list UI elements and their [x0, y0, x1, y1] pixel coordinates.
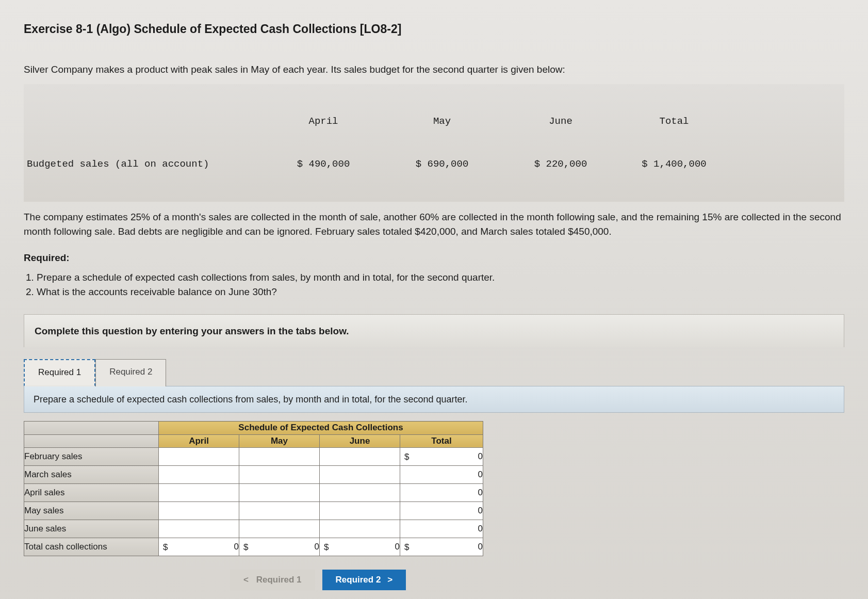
budget-row-label: Budgeted sales (all on account) — [27, 157, 264, 172]
budget-table: April May June Total Budgeted sales (all… — [24, 84, 844, 202]
requirement-2: 2. What is the accounts receivable balan… — [26, 285, 844, 300]
collections-policy: The company estimates 25% of a month's s… — [24, 210, 844, 238]
total-apr: 0 — [400, 484, 483, 502]
tab-required-2[interactable]: Required 2 — [95, 359, 166, 386]
dollar-sign: $ — [404, 541, 409, 554]
tab-required-1[interactable]: Required 1 — [24, 359, 95, 386]
answer-table-main-header: Schedule of Expected Cash Collections — [159, 422, 483, 435]
input-mar-may[interactable] — [239, 466, 320, 484]
sum-april: $ 0 — [159, 538, 239, 556]
sum-june: $ 0 — [320, 538, 400, 556]
answer-table-wrap: Schedule of Expected Cash Collections Ap… — [24, 421, 844, 556]
input-apr-may[interactable] — [239, 484, 320, 502]
chevron-right-icon: > — [387, 575, 392, 585]
total-apr-value: 0 — [478, 488, 483, 497]
answer-table: Schedule of Expected Cash Collections Ap… — [24, 421, 483, 556]
budget-col-may: May — [383, 115, 501, 129]
dollar-sign: $ — [324, 541, 329, 554]
instructions-bar: Complete this question by entering your … — [24, 314, 844, 348]
total-mar: 0 — [400, 466, 483, 484]
exercise-title: Exercise 8-1 (Algo) Schedule of Expected… — [24, 21, 844, 38]
input-feb-june[interactable] — [320, 448, 400, 466]
input-feb-may[interactable] — [239, 448, 320, 466]
budget-col-april: April — [264, 115, 383, 129]
row-feb-sales: February sales — [24, 448, 159, 466]
sum-june-value: 0 — [395, 542, 400, 552]
answer-col-total: Total — [400, 434, 483, 448]
sum-may-value: 0 — [315, 542, 319, 552]
table-row: May sales 0 — [24, 502, 483, 520]
total-may: 0 — [400, 502, 483, 520]
input-may-may[interactable] — [239, 502, 320, 520]
sub-instruction: Prepare a schedule of expected cash coll… — [24, 386, 844, 413]
input-apr-june[interactable] — [320, 484, 400, 502]
input-jun-may[interactable] — [239, 520, 320, 538]
row-total-collections: Total cash collections — [24, 538, 159, 556]
row-mar-sales: March sales — [24, 466, 159, 484]
bottom-nav: < Required 1 Required 2 > — [230, 570, 844, 590]
table-row: April sales 0 — [24, 484, 483, 502]
answer-col-april: April — [159, 434, 239, 448]
answer-col-may: May — [239, 434, 320, 448]
prev-button[interactable]: < Required 1 — [230, 570, 315, 590]
budget-val-april: $ 490,000 — [264, 157, 383, 172]
sum-total-value: 0 — [478, 542, 483, 552]
input-mar-april[interactable] — [159, 466, 239, 484]
total-feb-value: 0 — [478, 451, 483, 461]
dollar-sign: $ — [404, 451, 409, 464]
total-feb: $ 0 — [400, 448, 483, 466]
exercise-page: Exercise 8-1 (Algo) Schedule of Expected… — [0, 0, 868, 599]
chevron-left-icon: < — [243, 575, 249, 585]
budget-col-total: Total — [620, 115, 728, 129]
table-row: March sales 0 — [24, 466, 483, 484]
prev-button-label: Required 1 — [256, 575, 302, 585]
budget-col-june: June — [501, 115, 620, 129]
budget-val-june: $ 220,000 — [501, 157, 620, 172]
table-row-totals: Total cash collections $ 0 $ 0 $ 0 $ 0 — [24, 538, 483, 556]
budget-val-total: $ 1,400,000 — [620, 157, 728, 172]
input-mar-june[interactable] — [320, 466, 400, 484]
sum-total: $ 0 — [400, 538, 483, 556]
input-jun-april[interactable] — [159, 520, 239, 538]
row-jun-sales: June sales — [24, 520, 159, 538]
budget-blank-label — [27, 115, 264, 129]
input-may-april[interactable] — [159, 502, 239, 520]
budget-val-may: $ 690,000 — [383, 157, 501, 172]
next-button[interactable]: Required 2 > — [322, 570, 406, 590]
table-row: June sales 0 — [24, 520, 483, 538]
required-header: Required: — [24, 251, 844, 265]
input-feb-april[interactable] — [159, 448, 239, 466]
next-button-label: Required 2 — [336, 575, 381, 585]
input-may-june[interactable] — [320, 502, 400, 520]
input-apr-april[interactable] — [159, 484, 239, 502]
row-apr-sales: April sales — [24, 484, 159, 502]
tabs-row: Required 1 Required 2 — [24, 359, 844, 386]
dollar-sign: $ — [163, 541, 168, 554]
total-jun-value: 0 — [478, 524, 483, 533]
intro-text: Silver Company makes a product with peak… — [24, 62, 844, 77]
row-may-sales: May sales — [24, 502, 159, 520]
input-jun-june[interactable] — [320, 520, 400, 538]
sum-april-value: 0 — [234, 542, 239, 552]
total-jun: 0 — [400, 520, 483, 538]
dollar-sign: $ — [243, 541, 248, 554]
table-row: February sales $ 0 — [24, 448, 483, 466]
sum-may: $ 0 — [239, 538, 320, 556]
requirement-1: 1. Prepare a schedule of expected cash c… — [26, 270, 844, 285]
total-mar-value: 0 — [478, 470, 483, 479]
requirements-list: 1. Prepare a schedule of expected cash c… — [26, 270, 844, 300]
answer-col-june: June — [320, 434, 400, 448]
total-may-value: 0 — [478, 506, 483, 515]
